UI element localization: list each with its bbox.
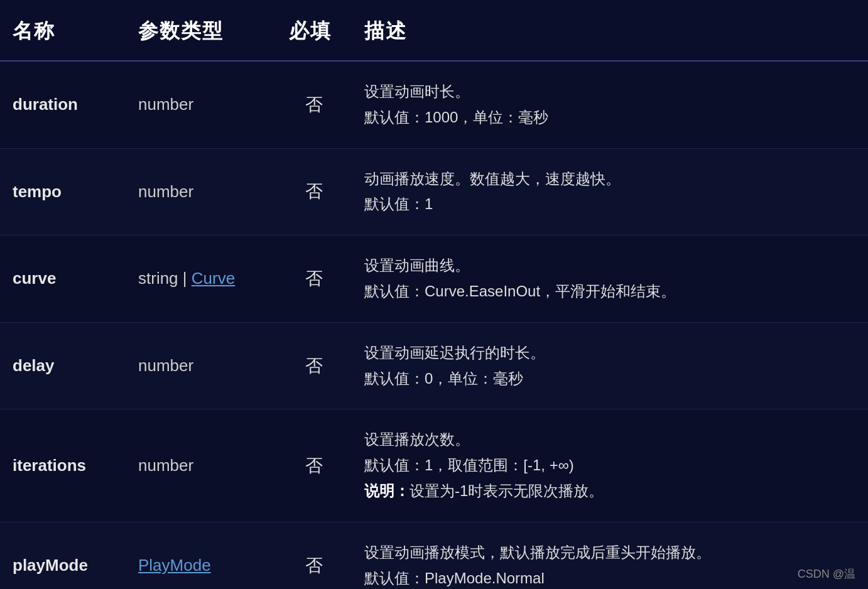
cell-name: playMode: [0, 522, 126, 589]
header-required: 必填: [276, 0, 352, 61]
cell-required: 否: [276, 61, 352, 148]
header-desc: 描述: [352, 0, 868, 61]
cell-desc: 设置动画播放模式，默认播放完成后重头开始播放。默认值：PlayMode.Norm…: [352, 522, 868, 589]
type-link[interactable]: Curve: [192, 269, 235, 288]
cell-desc: 设置动画时长。默认值：1000，单位：毫秒: [352, 61, 868, 148]
desc-line: 默认值：1，取值范围：[-1, +∞): [364, 453, 855, 478]
cell-type: number: [126, 61, 276, 148]
cell-desc: 设置动画延迟执行的时长。默认值：0，单位：毫秒: [352, 322, 868, 409]
cell-required: 否: [276, 235, 352, 323]
api-table: 名称 参数类型 必填 描述 durationnumber否设置动画时长。默认值：…: [0, 0, 868, 589]
desc-line: 设置动画延迟执行的时长。: [364, 340, 855, 366]
type-prefix: string |: [138, 269, 192, 288]
cell-type: PlayMode: [126, 522, 276, 589]
cell-type: string | Curve: [126, 235, 276, 323]
cell-type: number: [126, 148, 276, 235]
desc-line: 默认值：Curve.EaseInOut，平滑开始和结束。: [364, 279, 855, 305]
table-row: temponumber否动画播放速度。数值越大，速度越快。默认值：1: [0, 148, 868, 235]
table-body: durationnumber否设置动画时长。默认值：1000，单位：毫秒temp…: [0, 61, 868, 589]
cell-required: 否: [276, 148, 352, 235]
cell-name: duration: [0, 61, 126, 148]
desc-line: 设置动画播放模式，默认播放完成后重头开始播放。: [364, 540, 855, 566]
desc-line: 设置动画曲线。: [364, 253, 855, 279]
cell-name: curve: [0, 235, 126, 323]
bold-prefix: 说明：: [364, 482, 410, 499]
cell-name: delay: [0, 322, 126, 409]
desc-line: 设置动画时长。: [364, 79, 855, 105]
api-table-container: 名称 参数类型 必填 描述 durationnumber否设置动画时长。默认值：…: [0, 0, 868, 589]
table-row: durationnumber否设置动画时长。默认值：1000，单位：毫秒: [0, 61, 868, 148]
cell-type: number: [126, 322, 276, 409]
table-row: playModePlayMode否设置动画播放模式，默认播放完成后重头开始播放。…: [0, 522, 868, 589]
cell-desc: 动画播放速度。数值越大，速度越快。默认值：1: [352, 148, 868, 235]
header-type: 参数类型: [126, 0, 276, 61]
cell-name: iterations: [0, 409, 126, 522]
table-row: iterationsnumber否设置播放次数。默认值：1，取值范围：[-1, …: [0, 409, 868, 522]
desc-line: 说明：设置为-1时表示无限次播放。: [364, 478, 855, 504]
desc-line: 默认值：0，单位：毫秒: [364, 366, 855, 392]
desc-line: 默认值：PlayMode.Normal: [364, 566, 855, 589]
cell-required: 否: [276, 522, 352, 589]
table-row: curvestring | Curve否设置动画曲线。默认值：Curve.Eas…: [0, 235, 868, 323]
desc-line: 默认值：1: [364, 192, 855, 217]
cell-type: number: [126, 409, 276, 522]
cell-name: tempo: [0, 148, 126, 235]
cell-required: 否: [276, 409, 352, 522]
table-row: delaynumber否设置动画延迟执行的时长。默认值：0，单位：毫秒: [0, 322, 868, 409]
cell-required: 否: [276, 322, 352, 409]
cell-desc: 设置动画曲线。默认值：Curve.EaseInOut，平滑开始和结束。: [352, 235, 868, 323]
desc-line: 动画播放速度。数值越大，速度越快。: [364, 166, 855, 192]
header-name: 名称: [0, 0, 126, 61]
desc-line: 设置播放次数。: [364, 427, 855, 453]
cell-desc: 设置播放次数。默认值：1，取值范围：[-1, +∞)说明：设置为-1时表示无限次…: [352, 409, 868, 522]
watermark: CSDN @温: [798, 566, 855, 581]
table-header: 名称 参数类型 必填 描述: [0, 0, 868, 61]
desc-line: 默认值：1000，单位：毫秒: [364, 105, 855, 131]
type-link[interactable]: PlayMode: [138, 556, 211, 575]
